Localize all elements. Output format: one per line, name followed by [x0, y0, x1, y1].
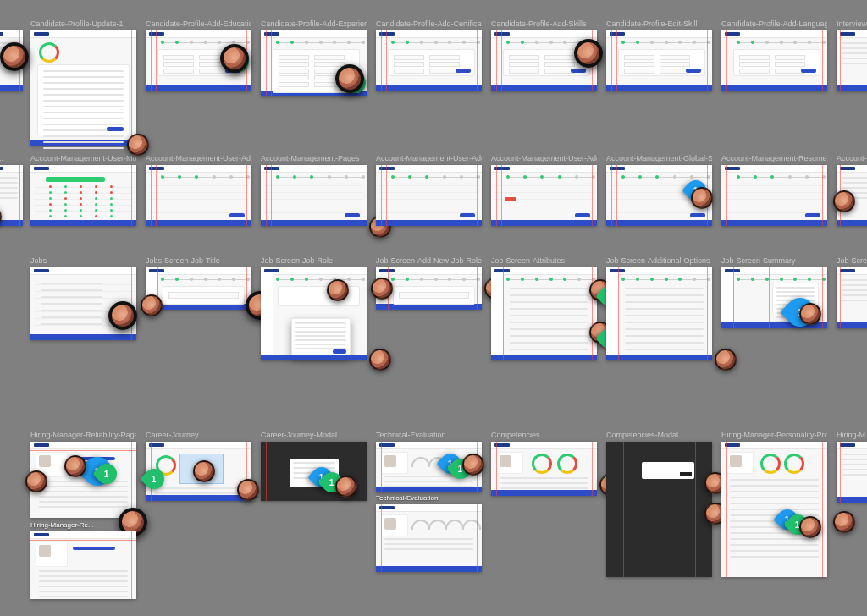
- frame[interactable]: Hiring-M...: [837, 442, 867, 503]
- frame[interactable]: Account-...: [837, 165, 867, 226]
- artboard[interactable]: [376, 30, 482, 91]
- figma-canvas[interactable]: Candidate-Profile-Update-1Candidate-Prof…: [0, 0, 867, 616]
- frame[interactable]: Technical-Evaluation: [376, 504, 482, 572]
- comment-avatar[interactable]: [371, 278, 393, 300]
- frame[interactable]: Competencies: [491, 442, 597, 496]
- artboard[interactable]: [606, 30, 712, 91]
- frame[interactable]: Jobs-Screen-Job-Title: [146, 267, 251, 310]
- frame[interactable]: d-N...: [0, 165, 23, 226]
- frame-label[interactable]: Account-Management-Pages: [261, 154, 360, 162]
- frame[interactable]: Account-Management-User-Modules: [30, 165, 136, 226]
- frame-label[interactable]: Hiring-Manager-Personality-Profile: [721, 431, 827, 439]
- artboard[interactable]: [606, 442, 712, 577]
- comment-avatar[interactable]: [574, 39, 603, 68]
- frame-label[interactable]: Candidate-Profile-Add-Education: [146, 19, 251, 28]
- artboard[interactable]: [837, 267, 867, 328]
- frame-label[interactable]: Candidate-Profile-Edit-Skill: [606, 19, 698, 28]
- frame-label[interactable]: Account-Management-User-Modules: [30, 154, 136, 162]
- frame-label[interactable]: Candidate-Profile-Update-1: [30, 19, 124, 28]
- artboard[interactable]: [837, 442, 867, 503]
- frame[interactable]: Account-Management-Resume-Aut...: [721, 165, 827, 226]
- frame-label[interactable]: Hiring-M...: [837, 431, 867, 439]
- frame-label[interactable]: Jobs: [30, 256, 47, 265]
- comment-avatar[interactable]: [0, 42, 29, 71]
- frame[interactable]: Hiring-Manager-Reliability-Page11: [30, 442, 136, 518]
- frame[interactable]: Candidate-Profile-Add-Education1: [146, 30, 251, 91]
- frame[interactable]: Job-Screen-Add-New-Job-Role: [376, 267, 482, 310]
- frame[interactable]: Job-Screen-Job-Role: [261, 267, 367, 360]
- frame-label[interactable]: Career-Journey: [146, 431, 199, 439]
- frame[interactable]: Job-Screen-Attributes11: [491, 267, 597, 360]
- frame[interactable]: Job-Screen-Summary1: [721, 267, 827, 328]
- comment-avatar[interactable]: [833, 190, 855, 212]
- frame[interactable]: Account-Management-User-Add-P...: [491, 165, 597, 226]
- frame[interactable]: Career-Journey-Modal11: [261, 442, 367, 501]
- frame-label[interactable]: Account-...: [837, 154, 867, 162]
- artboard[interactable]: [30, 30, 136, 146]
- comment-avatar[interactable]: [369, 349, 391, 371]
- frame[interactable]: Interview: [837, 30, 867, 91]
- frame[interactable]: Job-Screen-Additional-Options: [606, 267, 712, 360]
- frame[interactable]: Candidate-Profile-Add-Certification: [376, 30, 482, 91]
- artboard[interactable]: [261, 267, 367, 360]
- frame[interactable]: Candidate-Profile-Edit-Skill: [606, 30, 712, 91]
- comment-avatar[interactable]: [64, 455, 86, 477]
- frame-label[interactable]: Account-Management-Resume-Aut...: [721, 154, 827, 162]
- artboard[interactable]: [837, 30, 867, 91]
- frame-label[interactable]: Job-Screen-Summary: [721, 256, 796, 265]
- comment-avatar[interactable]: [833, 511, 855, 533]
- comment-avatar[interactable]: [327, 279, 349, 301]
- artboard[interactable]: [261, 165, 367, 226]
- frame-label[interactable]: Job-Screen-Add-New-Job-Role: [376, 256, 482, 265]
- frame-label[interactable]: Account-Management-User-Add-P...: [491, 154, 597, 162]
- frame[interactable]: Account-Management-Pages: [261, 165, 367, 226]
- artboard[interactable]: [491, 267, 597, 360]
- comment-avatar[interactable]: [141, 294, 163, 316]
- frame-label[interactable]: Account-Management-User-Add-N...: [376, 154, 482, 162]
- frame-label[interactable]: Candidate-Profile-Add-Skills: [491, 19, 587, 28]
- artboard[interactable]: [0, 165, 23, 226]
- frame-label[interactable]: Competencies-Modal: [606, 431, 678, 439]
- frame[interactable]: Jobs: [30, 267, 136, 340]
- frame-label[interactable]: Career-Journey-Modal: [261, 431, 337, 439]
- frame[interactable]: Candidate-Profile-Update-1: [30, 30, 136, 146]
- comment-avatar[interactable]: [335, 476, 357, 498]
- comment-avatar[interactable]: [25, 470, 47, 492]
- frame-label[interactable]: Job-Screen-Job-Role: [261, 256, 333, 265]
- frame[interactable]: Job-Scre...: [837, 267, 867, 328]
- artboard[interactable]: [491, 165, 597, 226]
- frame[interactable]: Candidate-Profile-Add-Experience1: [261, 30, 367, 96]
- frame-label[interactable]: Job-Screen-Attributes: [491, 256, 565, 265]
- frame[interactable]: Career-Journey1: [146, 442, 251, 501]
- frame-label[interactable]: Account-Management-User-Add-N...: [146, 154, 251, 162]
- artboard[interactable]: [721, 165, 827, 226]
- frame[interactable]: Account-Management-Global-Setti...1: [606, 165, 712, 226]
- frame-label[interactable]: Account-Management-Global-Setti...: [606, 154, 712, 162]
- artboard[interactable]: [606, 267, 712, 360]
- comment-avatar[interactable]: [799, 303, 821, 325]
- frame[interactable]: Candidate-Profile-Add-Skills: [491, 30, 597, 91]
- frame[interactable]: Candidate-Profile-Add-Language: [721, 30, 827, 91]
- artboard[interactable]: [721, 30, 827, 91]
- comment-avatar[interactable]: [220, 44, 249, 73]
- frame[interactable]: Account-Management-User-Add-N...: [376, 165, 482, 226]
- artboard[interactable]: [30, 165, 136, 226]
- frame-label[interactable]: Candidate-Profile-Add-Experience: [261, 19, 367, 28]
- frame[interactable]: Account-Management-User-Add-N...: [146, 165, 251, 226]
- comment-avatar[interactable]: [108, 301, 137, 330]
- frame-label[interactable]: Candidate-Profile-Add-Certification: [376, 19, 482, 28]
- frame[interactable]: Hiring-Manager-Personality-Profile11: [721, 442, 827, 577]
- comment-avatar[interactable]: [127, 134, 149, 156]
- comment-avatar[interactable]: [462, 454, 484, 476]
- frame[interactable]: Competencies-Modal: [606, 442, 712, 577]
- artboard[interactable]: [721, 442, 827, 577]
- comment-avatar[interactable]: [237, 479, 259, 501]
- frame-label[interactable]: Technical-Evaluation: [376, 431, 446, 439]
- comment-avatar[interactable]: [691, 187, 713, 209]
- comment-avatar[interactable]: [715, 349, 737, 371]
- frame-label[interactable]: Hiring-Manager-Re...: [30, 521, 94, 529]
- frame[interactable]: Technical-Evaluation11: [376, 442, 482, 492]
- frame-label[interactable]: d-N...: [0, 154, 3, 162]
- frame-label[interactable]: Hiring-Manager-Reliability-Page: [30, 431, 136, 439]
- artboard[interactable]: [146, 165, 251, 226]
